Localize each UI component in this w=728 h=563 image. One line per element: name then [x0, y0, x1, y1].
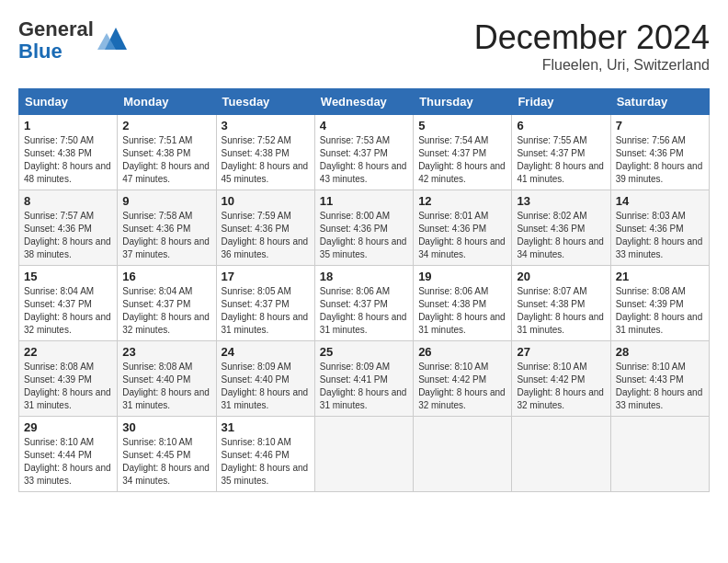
calendar-cell: 15 Sunrise: 8:04 AMSunset: 4:37 PMDaylig…	[19, 266, 118, 341]
weekday-header-sunday: Sunday	[19, 89, 118, 115]
day-number: 10	[222, 194, 310, 208]
day-info: Sunrise: 7:50 AMSunset: 4:38 PMDaylight:…	[24, 135, 111, 184]
calendar-cell: 12 Sunrise: 8:01 AMSunset: 4:36 PMDaylig…	[414, 190, 512, 266]
calendar-cell: 23 Sunrise: 8:08 AMSunset: 4:40 PMDaylig…	[118, 341, 216, 417]
day-number: 19	[418, 270, 506, 283]
day-info: Sunrise: 7:51 AMSunset: 4:38 PMDaylight:…	[122, 135, 210, 184]
calendar-cell: 19 Sunrise: 8:06 AMSunset: 4:38 PMDaylig…	[414, 266, 512, 341]
day-number: 3	[222, 119, 310, 132]
day-number: 14	[616, 194, 704, 208]
day-number: 22	[24, 345, 112, 359]
day-number: 6	[517, 119, 605, 132]
day-info: Sunrise: 8:08 AMSunset: 4:39 PMDaylight:…	[24, 362, 111, 410]
day-info: Sunrise: 7:56 AMSunset: 4:36 PMDaylight:…	[616, 135, 703, 184]
calendar-cell: 4 Sunrise: 7:53 AMSunset: 4:37 PMDayligh…	[314, 115, 413, 190]
calendar-cell: 18 Sunrise: 8:06 AMSunset: 4:37 PMDaylig…	[314, 266, 413, 341]
calendar-cell: 11 Sunrise: 8:00 AMSunset: 4:36 PMDaylig…	[314, 190, 413, 266]
day-info: Sunrise: 8:10 AMSunset: 4:43 PMDaylight:…	[616, 362, 703, 410]
calendar-cell: 27 Sunrise: 8:10 AMSunset: 4:42 PMDaylig…	[512, 341, 610, 417]
day-info: Sunrise: 8:10 AMSunset: 4:44 PMDaylight:…	[24, 437, 111, 486]
calendar-cell: 7 Sunrise: 7:56 AMSunset: 4:36 PMDayligh…	[610, 115, 709, 190]
calendar-cell: 5 Sunrise: 7:54 AMSunset: 4:37 PMDayligh…	[414, 115, 512, 190]
day-info: Sunrise: 8:08 AMSunset: 4:39 PMDaylight:…	[616, 286, 703, 335]
day-number: 28	[616, 345, 704, 359]
day-info: Sunrise: 7:55 AMSunset: 4:37 PMDaylight:…	[517, 135, 604, 184]
day-info: Sunrise: 8:03 AMSunset: 4:36 PMDaylight:…	[616, 211, 703, 259]
calendar-cell: 25 Sunrise: 8:09 AMSunset: 4:41 PMDaylig…	[314, 341, 413, 417]
day-info: Sunrise: 7:53 AMSunset: 4:37 PMDaylight:…	[320, 135, 407, 184]
weekday-header-friday: Friday	[512, 89, 610, 115]
calendar-cell: 10 Sunrise: 7:59 AMSunset: 4:36 PMDaylig…	[216, 190, 314, 266]
day-number: 2	[122, 119, 210, 132]
day-info: Sunrise: 8:05 AMSunset: 4:37 PMDaylight:…	[222, 286, 309, 335]
day-number: 21	[616, 270, 704, 283]
calendar-cell: 8 Sunrise: 7:57 AMSunset: 4:36 PMDayligh…	[19, 190, 118, 266]
day-info: Sunrise: 8:09 AMSunset: 4:40 PMDaylight:…	[222, 362, 309, 410]
calendar-cell: 30 Sunrise: 8:10 AMSunset: 4:45 PMDaylig…	[118, 417, 216, 492]
day-info: Sunrise: 8:10 AMSunset: 4:42 PMDaylight:…	[517, 362, 604, 410]
day-number: 4	[320, 119, 408, 132]
day-info: Sunrise: 7:59 AMSunset: 4:36 PMDaylight:…	[222, 211, 309, 259]
day-number: 17	[222, 270, 310, 283]
day-number: 30	[122, 420, 210, 434]
calendar-cell	[314, 417, 413, 492]
day-info: Sunrise: 8:09 AMSunset: 4:41 PMDaylight:…	[320, 362, 407, 410]
calendar-cell: 2 Sunrise: 7:51 AMSunset: 4:38 PMDayligh…	[118, 115, 216, 190]
calendar-cell: 3 Sunrise: 7:52 AMSunset: 4:38 PMDayligh…	[216, 115, 314, 190]
calendar-cell: 16 Sunrise: 8:04 AMSunset: 4:37 PMDaylig…	[118, 266, 216, 341]
weekday-header-thursday: Thursday	[414, 89, 512, 115]
calendar: SundayMondayTuesdayWednesdayThursdayFrid…	[18, 88, 710, 492]
day-number: 20	[517, 270, 605, 283]
day-info: Sunrise: 8:10 AMSunset: 4:46 PMDaylight:…	[222, 437, 309, 486]
day-info: Sunrise: 8:00 AMSunset: 4:36 PMDaylight:…	[320, 211, 407, 259]
logo-general: General	[18, 17, 94, 40]
day-info: Sunrise: 8:07 AMSunset: 4:38 PMDaylight:…	[517, 286, 604, 335]
day-number: 16	[122, 270, 210, 283]
day-info: Sunrise: 7:57 AMSunset: 4:36 PMDaylight:…	[24, 211, 111, 259]
calendar-cell: 26 Sunrise: 8:10 AMSunset: 4:42 PMDaylig…	[414, 341, 512, 417]
day-info: Sunrise: 8:06 AMSunset: 4:38 PMDaylight:…	[418, 286, 506, 335]
weekday-header-wednesday: Wednesday	[314, 89, 413, 115]
calendar-cell: 1 Sunrise: 7:50 AMSunset: 4:38 PMDayligh…	[19, 115, 118, 190]
day-info: Sunrise: 8:06 AMSunset: 4:37 PMDaylight:…	[320, 286, 407, 335]
location-title: Flueelen, Uri, Switzerland	[474, 57, 710, 74]
day-number: 15	[24, 270, 112, 283]
weekday-header-saturday: Saturday	[610, 89, 709, 115]
logo: General Blue	[18, 18, 127, 63]
day-number: 27	[517, 345, 605, 359]
day-number: 24	[222, 345, 310, 359]
day-info: Sunrise: 8:10 AMSunset: 4:45 PMDaylight:…	[122, 437, 210, 486]
day-info: Sunrise: 8:10 AMSunset: 4:42 PMDaylight:…	[418, 362, 506, 410]
calendar-cell: 31 Sunrise: 8:10 AMSunset: 4:46 PMDaylig…	[216, 417, 314, 492]
calendar-cell: 28 Sunrise: 8:10 AMSunset: 4:43 PMDaylig…	[610, 341, 709, 417]
calendar-cell	[414, 417, 512, 492]
month-title: December 2024	[474, 18, 710, 57]
logo-text: General Blue	[18, 18, 94, 63]
day-number: 25	[320, 345, 408, 359]
day-number: 9	[122, 194, 210, 208]
calendar-cell	[610, 417, 709, 492]
calendar-cell: 13 Sunrise: 8:02 AMSunset: 4:36 PMDaylig…	[512, 190, 610, 266]
day-number: 26	[418, 345, 506, 359]
calendar-cell: 17 Sunrise: 8:05 AMSunset: 4:37 PMDaylig…	[216, 266, 314, 341]
calendar-cell: 6 Sunrise: 7:55 AMSunset: 4:37 PMDayligh…	[512, 115, 610, 190]
logo-blue: Blue	[18, 40, 63, 63]
day-info: Sunrise: 8:01 AMSunset: 4:36 PMDaylight:…	[418, 211, 506, 259]
day-number: 31	[222, 420, 310, 434]
day-info: Sunrise: 8:08 AMSunset: 4:40 PMDaylight:…	[122, 362, 210, 410]
calendar-cell: 20 Sunrise: 8:07 AMSunset: 4:38 PMDaylig…	[512, 266, 610, 341]
day-number: 13	[517, 194, 605, 208]
day-number: 1	[24, 119, 112, 132]
day-info: Sunrise: 8:04 AMSunset: 4:37 PMDaylight:…	[24, 286, 111, 335]
day-info: Sunrise: 7:58 AMSunset: 4:36 PMDaylight:…	[122, 211, 210, 259]
day-info: Sunrise: 7:52 AMSunset: 4:38 PMDaylight:…	[222, 135, 309, 184]
day-info: Sunrise: 8:04 AMSunset: 4:37 PMDaylight:…	[122, 286, 210, 335]
day-number: 12	[418, 194, 506, 208]
calendar-cell: 21 Sunrise: 8:08 AMSunset: 4:39 PMDaylig…	[610, 266, 709, 341]
header: General Blue December 2024 Flueelen, Uri…	[18, 18, 710, 74]
calendar-cell: 24 Sunrise: 8:09 AMSunset: 4:40 PMDaylig…	[216, 341, 314, 417]
day-number: 5	[418, 119, 506, 132]
calendar-cell	[512, 417, 610, 492]
logo-icon	[97, 24, 127, 57]
calendar-cell: 9 Sunrise: 7:58 AMSunset: 4:36 PMDayligh…	[118, 190, 216, 266]
